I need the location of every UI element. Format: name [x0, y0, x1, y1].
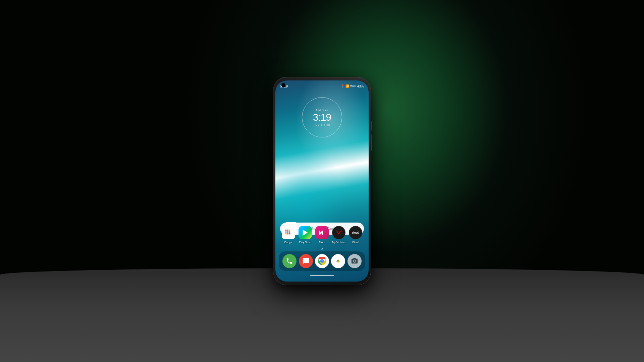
phone-screen: 3:19 📍 📶 WiFi 43% Add cities 3:19 FEB 6 … [275, 80, 369, 282]
google-app-icon [282, 226, 295, 239]
phone-dock-icon [282, 254, 297, 268]
camera-dock-icon [347, 254, 362, 268]
chrome-dock-icon [315, 254, 329, 268]
status-icons: 📍 📶 WiFi 43% [341, 84, 364, 88]
messages-dock-icon [299, 254, 313, 268]
clock-widget[interactable]: Add cities 3:19 FEB 6 THU [302, 97, 342, 137]
photos-dock-icon [331, 254, 345, 268]
play-store-app-icon [299, 226, 312, 239]
clock-date: FEB 6 THU [314, 123, 330, 126]
verizon-app-label: My Verizon [332, 241, 345, 244]
phone-device: 3:19 📍 📶 WiFi 43% Add cities 3:19 FEB 6 … [273, 77, 371, 285]
status-bar: 3:19 📍 📶 WiFi 43% [275, 80, 369, 90]
svg-rect-7 [287, 231, 288, 233]
volume-button[interactable] [371, 121, 372, 131]
svg-rect-10 [287, 233, 288, 235]
moto-app-icon: M [315, 226, 329, 239]
home-indicator[interactable] [310, 275, 334, 276]
wifi-icon: WiFi [350, 84, 356, 88]
app-item-cloud[interactable]: cloud Cloud [348, 226, 363, 244]
moto-app-label: Moto [319, 241, 325, 244]
svg-rect-6 [285, 231, 287, 233]
play-store-app-label: Play Store [299, 241, 312, 244]
dock-phone[interactable] [282, 254, 297, 268]
cloud-app-icon: cloud [349, 226, 362, 239]
dock-chrome[interactable] [315, 254, 329, 268]
dock-photos[interactable] [331, 254, 345, 268]
svg-rect-8 [289, 231, 290, 233]
app-grid: Google Play Store [275, 226, 369, 253]
battery-level: 43% [357, 84, 364, 88]
app-row-main: Google Play Store [280, 226, 364, 244]
svg-rect-5 [289, 230, 290, 231]
cloud-app-label: Cloud [352, 241, 359, 244]
svg-point-15 [321, 260, 323, 262]
svg-rect-4 [287, 230, 288, 231]
camera-cutout [281, 83, 285, 87]
svg-rect-3 [285, 230, 287, 231]
dock-messages[interactable] [299, 254, 313, 268]
clock-circle: Add cities 3:19 FEB 6 THU [302, 97, 342, 137]
app-item-playstore[interactable]: Play Store [298, 226, 313, 244]
google-app-label: Google [284, 241, 293, 244]
app-item-moto[interactable]: M Moto [315, 226, 329, 244]
swipe-up-indicator: ∧ [321, 247, 323, 250]
clock-time: 3:19 [313, 112, 331, 122]
dock-camera[interactable] [347, 254, 362, 268]
signal-icon: 📶 [345, 84, 349, 88]
location-icon: 📍 [341, 84, 344, 88]
verizon-app-icon [332, 226, 345, 239]
svg-text:M: M [319, 230, 323, 236]
power-button[interactable] [371, 134, 372, 151]
clock-add-cities-label: Add cities [316, 109, 328, 112]
svg-rect-9 [285, 233, 287, 235]
app-item-verizon[interactable]: My Verizon [331, 226, 346, 244]
phone-body: 3:19 📍 📶 WiFi 43% Add cities 3:19 FEB 6 … [273, 77, 371, 285]
app-item-google[interactable]: Google [281, 226, 296, 244]
dock [279, 251, 365, 271]
svg-rect-11 [289, 233, 290, 235]
